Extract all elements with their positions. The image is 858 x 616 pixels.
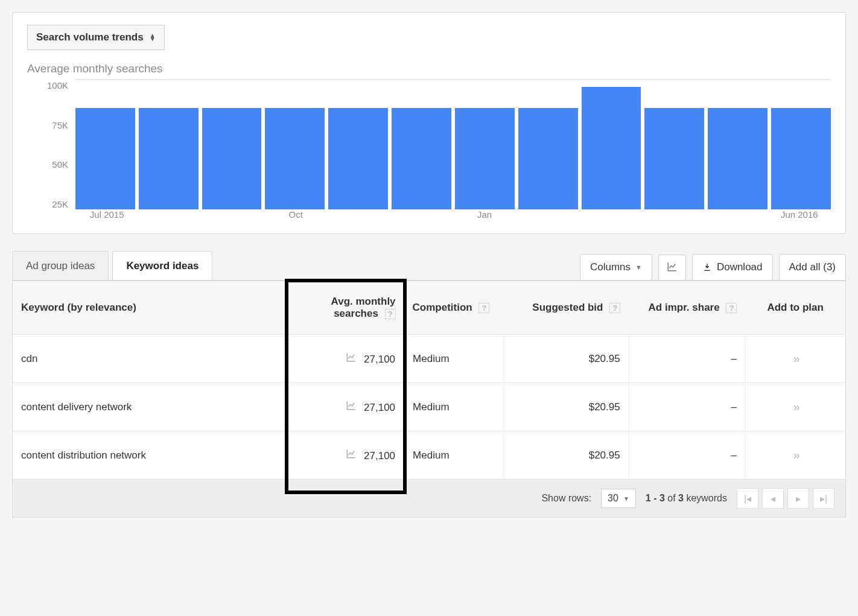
download-button[interactable]: Download <box>692 254 773 281</box>
help-icon[interactable]: ? <box>726 303 737 313</box>
trend-icon[interactable] <box>346 354 357 365</box>
th-suggested-bid[interactable]: Suggested bid ? <box>504 281 629 335</box>
show-rows-label: Show rows: <box>541 493 591 504</box>
columns-label: Columns <box>590 261 631 273</box>
cell-suggested-bid: $20.95 <box>504 335 629 383</box>
x-tick: Oct <box>264 209 327 224</box>
cell-avg-searches: 27,100 <box>287 431 404 480</box>
x-tick <box>705 209 767 224</box>
y-tick: 75K <box>52 120 68 130</box>
cell-impr-share: – <box>629 431 745 480</box>
cell-add-to-plan[interactable]: » <box>745 383 845 431</box>
download-label: Download <box>717 261 763 273</box>
cell-avg-searches: 27,100 <box>287 383 404 431</box>
tabs: Ad group ideas Keyword ideas <box>12 251 212 281</box>
chevron-right-icon: ▸ <box>796 493 801 504</box>
x-tick <box>579 209 642 224</box>
cell-competition: Medium <box>404 383 504 431</box>
keyword-table: Keyword (by relevance) Avg. monthly sear… <box>13 281 845 480</box>
x-tick <box>327 209 390 224</box>
pager-first-button[interactable]: |◂ <box>737 488 758 509</box>
th-keyword[interactable]: Keyword (by relevance) <box>13 281 287 335</box>
tab-keyword-ideas[interactable]: Keyword ideas <box>112 251 212 281</box>
table-header-row: Keyword (by relevance) Avg. monthly sear… <box>13 281 845 335</box>
chart-bar[interactable] <box>708 108 767 209</box>
cell-avg-searches: 27,100 <box>287 335 404 383</box>
table-container: Keyword (by relevance) Avg. monthly sear… <box>12 280 846 518</box>
cell-suggested-bid: $20.95 <box>504 383 629 431</box>
x-tick <box>642 209 705 224</box>
cell-keyword: content distribution network <box>13 431 287 480</box>
cell-competition: Medium <box>404 335 504 383</box>
help-icon[interactable]: ? <box>385 309 396 319</box>
add-all-label: Add all (3) <box>789 261 836 273</box>
th-competition[interactable]: Competition ? <box>404 281 504 335</box>
y-tick: 25K <box>52 199 68 209</box>
cell-keyword: cdn <box>13 335 287 383</box>
columns-button[interactable]: Columns ▼ <box>580 254 652 281</box>
table-row: content distribution network27,100Medium… <box>13 431 845 480</box>
cell-impr-share: – <box>629 383 745 431</box>
table-footer: Show rows: 30 ▼ 1 - 3 of 3 keywords |◂ ◂… <box>13 480 845 517</box>
th-avg-searches[interactable]: Avg. monthly searches ? <box>287 281 404 335</box>
add-icon: » <box>793 352 798 365</box>
add-icon: » <box>793 448 798 462</box>
chart-bar[interactable] <box>771 108 831 209</box>
chart-bar[interactable] <box>328 108 388 209</box>
pager-prev-button[interactable]: ◂ <box>762 488 784 509</box>
pager-last-button[interactable]: ▸| <box>813 488 834 509</box>
chart-bar[interactable] <box>644 108 704 209</box>
x-tick <box>390 209 453 224</box>
chart-subtitle: Average monthly searches <box>27 62 831 75</box>
chart-bar[interactable] <box>518 108 578 209</box>
y-axis: 100K 75K 50K 25K <box>27 79 75 224</box>
chart-card: Search volume trends ▲▼ Average monthly … <box>12 12 846 234</box>
add-all-button[interactable]: Add all (3) <box>779 254 846 281</box>
toolbar-row: Ad group ideas Keyword ideas Columns ▼ D… <box>12 251 846 281</box>
chart-bar[interactable] <box>582 87 641 209</box>
cell-keyword: content delivery network <box>13 383 287 431</box>
cell-impr-share: – <box>629 335 745 383</box>
chart-bar[interactable] <box>139 108 199 209</box>
table-row: content delivery network27,100Medium$20.… <box>13 383 845 431</box>
x-tick: Jul 2015 <box>75 209 138 224</box>
x-axis: Jul 2015OctJanJun 2016 <box>75 209 831 224</box>
last-page-icon: ▸| <box>820 493 827 504</box>
cell-suggested-bid: $20.95 <box>504 431 629 480</box>
sort-icon: ▲▼ <box>150 34 156 41</box>
table-wrap: Keyword (by relevance) Avg. monthly sear… <box>12 280 846 518</box>
pagination-range: 1 - 3 of 3 keywords <box>646 493 727 504</box>
tab-ad-group-ideas[interactable]: Ad group ideas <box>12 251 109 281</box>
trend-icon[interactable] <box>346 402 357 413</box>
chart-bar[interactable] <box>202 108 262 209</box>
chart-bar[interactable] <box>392 108 451 209</box>
chart-area: 100K 75K 50K 25K Jul 2015OctJanJun 2016 <box>27 79 831 224</box>
x-tick <box>138 209 201 224</box>
chart-bar[interactable] <box>75 108 135 209</box>
cell-competition: Medium <box>404 431 504 480</box>
first-page-icon: |◂ <box>744 493 751 504</box>
cell-add-to-plan[interactable]: » <box>745 431 845 480</box>
x-tick <box>516 209 579 224</box>
th-impr-share[interactable]: Ad impr. share ? <box>629 281 745 335</box>
caret-down-icon: ▼ <box>623 495 629 502</box>
chart-metric-label: Search volume trends <box>36 31 144 43</box>
trend-icon[interactable] <box>346 450 357 462</box>
rows-value: 30 <box>608 493 618 504</box>
chevron-left-icon: ◂ <box>771 493 775 504</box>
x-tick: Jan <box>453 209 516 224</box>
pager: |◂ ◂ ▸ ▸| <box>737 488 834 509</box>
chart-toggle-button[interactable] <box>658 255 686 281</box>
help-icon[interactable]: ? <box>478 303 489 313</box>
add-icon: » <box>793 400 798 413</box>
rows-per-page-select[interactable]: 30 ▼ <box>601 489 636 508</box>
chart-metric-dropdown[interactable]: Search volume trends ▲▼ <box>27 25 165 50</box>
chart-bar[interactable] <box>265 108 325 209</box>
line-chart-icon <box>667 261 678 272</box>
cell-add-to-plan[interactable]: » <box>745 335 845 383</box>
chart-bar[interactable] <box>455 108 515 209</box>
table-row: cdn27,100Medium$20.95–» <box>13 335 845 383</box>
help-icon[interactable]: ? <box>609 303 620 313</box>
pager-next-button[interactable]: ▸ <box>787 488 809 509</box>
chart-plot: Jul 2015OctJanJun 2016 <box>75 79 831 224</box>
